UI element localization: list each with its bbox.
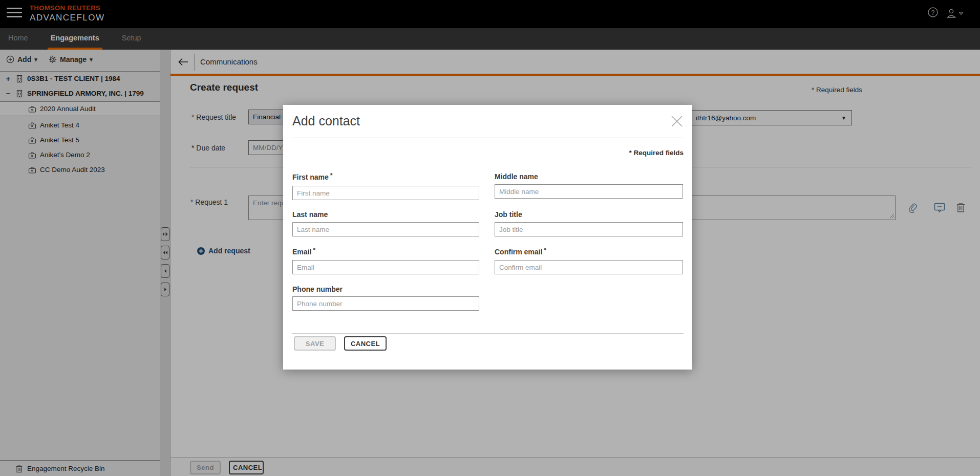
required-star: * [330, 172, 333, 179]
first-name-input[interactable] [292, 186, 479, 200]
divider [292, 333, 684, 334]
phone-number-label: Phone number [292, 284, 479, 293]
middle-name-label: Middle name [495, 171, 683, 181]
email-input[interactable] [292, 260, 479, 274]
advanceflow-app: THOMSON REUTERS ADVANCEFLOW ? Home Engag… [0, 0, 980, 476]
close-icon[interactable] [669, 113, 685, 129]
modal-cancel-button[interactable]: CANCEL [344, 336, 387, 351]
modal-required-note: * Required fields [629, 149, 684, 157]
job-title-label: Job title [495, 209, 683, 219]
confirm-email-input[interactable] [495, 260, 683, 274]
divider [292, 138, 684, 138]
middle-name-input[interactable] [495, 184, 683, 199]
job-title-input[interactable] [495, 222, 683, 236]
phone-number-input[interactable] [292, 296, 479, 311]
confirm-email-label: Confirm email* [495, 247, 683, 256]
first-name-label: First name* [292, 172, 479, 181]
required-star: * [544, 247, 546, 254]
email-label: Email* [292, 247, 479, 256]
save-button[interactable]: SAVE [294, 336, 336, 351]
add-contact-modal: Add contact * Required fields First name… [283, 105, 692, 370]
last-name-label: Last name [292, 209, 479, 219]
last-name-input[interactable] [292, 222, 479, 236]
modal-title: Add contact [292, 114, 360, 128]
required-star: * [313, 247, 315, 254]
